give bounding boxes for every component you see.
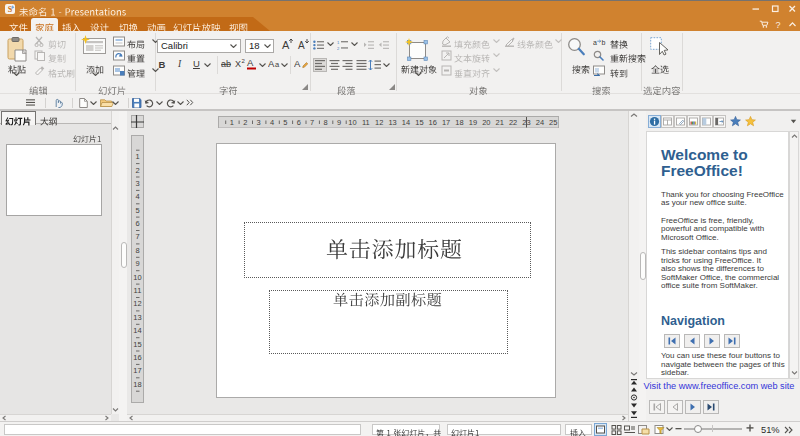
svg-text:b: b bbox=[602, 39, 606, 46]
svg-text:5: 5 bbox=[283, 118, 287, 127]
svg-text:20: 20 bbox=[482, 118, 490, 127]
svg-text:7: 7 bbox=[135, 232, 139, 241]
svg-text:11: 11 bbox=[134, 286, 142, 295]
svg-text:8: 8 bbox=[323, 118, 327, 127]
svg-text:X: X bbox=[235, 59, 241, 69]
svg-text:ab: ab bbox=[221, 59, 231, 69]
svg-text:A: A bbox=[298, 40, 305, 51]
svg-text:6: 6 bbox=[297, 118, 301, 127]
svg-text:13: 13 bbox=[133, 313, 141, 322]
svg-text:9: 9 bbox=[337, 118, 341, 127]
svg-text:5: 5 bbox=[135, 206, 139, 215]
svg-text:1: 1 bbox=[230, 118, 234, 127]
svg-text:A: A bbox=[268, 58, 275, 69]
svg-text:2: 2 bbox=[135, 166, 139, 175]
svg-text:a: a bbox=[275, 60, 280, 69]
svg-text:A: A bbox=[247, 57, 254, 68]
svg-text:9: 9 bbox=[135, 259, 139, 268]
svg-text:A: A bbox=[294, 58, 301, 69]
svg-text:a: a bbox=[593, 39, 597, 46]
svg-text:17: 17 bbox=[442, 118, 450, 127]
svg-text:1: 1 bbox=[337, 40, 340, 45]
svg-text:A: A bbox=[282, 39, 290, 51]
svg-text:19: 19 bbox=[469, 118, 477, 127]
svg-text:11: 11 bbox=[362, 118, 370, 127]
svg-text:7: 7 bbox=[310, 118, 314, 127]
svg-text:1: 1 bbox=[135, 152, 139, 161]
svg-text:13: 13 bbox=[388, 118, 396, 127]
svg-text:S: S bbox=[8, 5, 13, 14]
svg-text:17: 17 bbox=[133, 366, 141, 375]
svg-text:12: 12 bbox=[375, 118, 383, 127]
svg-text:10: 10 bbox=[348, 118, 356, 127]
svg-text:10: 10 bbox=[133, 273, 141, 282]
svg-text:2: 2 bbox=[242, 58, 246, 64]
svg-text:4: 4 bbox=[270, 118, 274, 127]
svg-text:2: 2 bbox=[337, 46, 340, 50]
svg-text:21: 21 bbox=[495, 118, 503, 127]
svg-text:?: ? bbox=[776, 20, 781, 29]
svg-text:8: 8 bbox=[135, 246, 139, 255]
svg-text:18: 18 bbox=[133, 380, 141, 389]
svg-text:3: 3 bbox=[135, 179, 139, 188]
svg-text:15: 15 bbox=[133, 340, 141, 349]
svg-text:14: 14 bbox=[133, 326, 141, 335]
svg-text:16: 16 bbox=[133, 353, 141, 362]
svg-text:14: 14 bbox=[402, 118, 410, 127]
svg-text:12: 12 bbox=[133, 299, 141, 308]
svg-text:24: 24 bbox=[536, 118, 544, 127]
svg-text:4: 4 bbox=[135, 192, 139, 201]
svg-text:2: 2 bbox=[243, 118, 247, 127]
svg-text:22: 22 bbox=[509, 118, 517, 127]
svg-text:3: 3 bbox=[256, 118, 260, 127]
svg-text:16: 16 bbox=[428, 118, 436, 127]
svg-text:18: 18 bbox=[455, 118, 463, 127]
svg-text:15: 15 bbox=[415, 118, 423, 127]
svg-text:25: 25 bbox=[549, 118, 557, 127]
svg-text:6: 6 bbox=[135, 219, 139, 228]
